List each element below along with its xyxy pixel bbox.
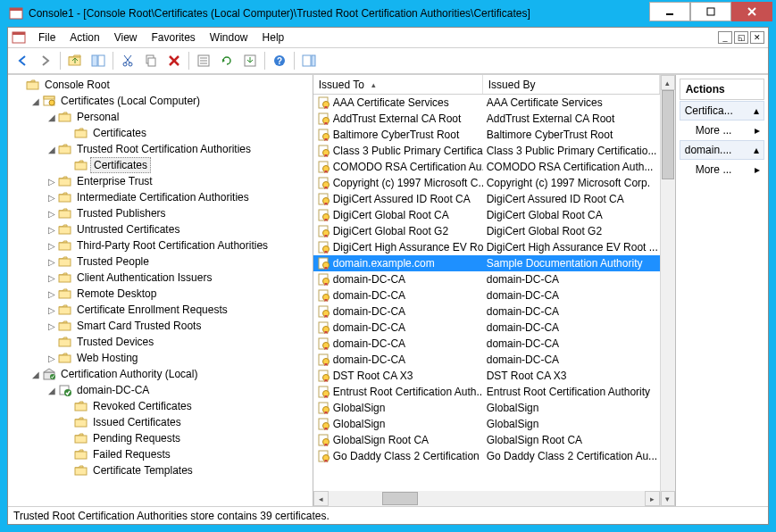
certificate-row[interactable]: AAA Certificate ServicesAAA Certificate … [313, 95, 660, 111]
collapse-icon[interactable]: ◢ [46, 386, 58, 395]
certificate-row[interactable]: domain-DC-CAdomain-DC-CA [313, 320, 660, 336]
menu-file[interactable]: File [31, 29, 63, 46]
column-issued-to[interactable]: Issued To [313, 75, 483, 94]
tree-node[interactable]: ▷Web Hosting [10, 350, 311, 366]
certificate-row[interactable]: domain-DC-CAdomain-DC-CA [313, 336, 660, 352]
collapse-icon[interactable]: ◢ [46, 145, 58, 154]
actions-section-header[interactable]: domain....▴ [680, 140, 764, 160]
mdi-restore-button[interactable]: ◱ [734, 31, 748, 44]
tree-node[interactable]: Certificates [10, 157, 311, 173]
tree-node[interactable]: ▷Third-Party Root Certification Authorit… [10, 237, 311, 254]
certificate-row[interactable]: GlobalSign Root CAGlobalSign Root CA [313, 432, 660, 448]
titlebar[interactable]: Console1 - [Console Root\Certificates (L… [0, 0, 776, 27]
toolbar-properties-button[interactable] [193, 50, 214, 71]
toolbar-up-button[interactable] [64, 50, 86, 71]
certificate-row[interactable]: domain-DC-CAdomain-DC-CA [313, 303, 660, 320]
tree-node[interactable]: ▷Smart Card Trusted Roots [10, 318, 311, 334]
toolbar-delete-button[interactable] [163, 50, 185, 71]
column-issued-by[interactable]: Issued By [483, 75, 660, 94]
tree-node[interactable]: ▷Trusted People [10, 254, 311, 270]
certificate-row[interactable]: GlobalSignGlobalSign [313, 400, 660, 416]
toolbar-forward-button[interactable] [35, 50, 56, 71]
toolbar-back-button[interactable] [12, 50, 33, 71]
menu-action[interactable]: Action [63, 29, 106, 46]
toolbar-help-button[interactable]: ? [269, 50, 290, 71]
scroll-up-button[interactable]: ▴ [661, 75, 675, 90]
certificate-row[interactable]: domain-DC-CAdomain-DC-CA [313, 352, 660, 368]
tree-node[interactable]: Issued Certificates [10, 414, 311, 430]
tree-node[interactable]: ▷Remote Desktop [10, 286, 311, 302]
menu-help[interactable]: Help [255, 29, 292, 46]
certificate-row[interactable]: DigiCert Assured ID Root CADigiCert Assu… [313, 191, 660, 207]
expand-icon[interactable]: ▷ [46, 273, 58, 283]
expand-icon[interactable]: ▷ [46, 225, 58, 235]
tree-node[interactable]: ▷Intermediate Certification Authorities [10, 189, 311, 205]
actions-section-header[interactable]: Certifica...▴ [680, 101, 764, 121]
certificate-row[interactable]: domain-DC-CAdomain-DC-CA [313, 271, 660, 287]
certificate-row[interactable]: Go Daddy Class 2 Certification ...Go Dad… [313, 448, 660, 464]
expand-icon[interactable]: ▷ [46, 305, 58, 315]
tree-node[interactable]: ◢Trusted Root Certification Authorities [10, 141, 311, 157]
toolbar-refresh-button[interactable] [216, 50, 238, 71]
tree-node[interactable]: ◢Certification Authority (Local) [10, 366, 311, 382]
minimize-button[interactable] [649, 2, 690, 21]
expand-icon[interactable]: ▷ [46, 209, 58, 219]
tree-node[interactable]: Certificate Templates [10, 462, 311, 478]
tree-node[interactable]: Console Root [10, 77, 311, 93]
certificate-row[interactable]: DigiCert High Assurance EV Ro...DigiCert… [313, 239, 660, 255]
certificate-row[interactable]: Entrust Root Certification Auth...Entrus… [313, 384, 660, 400]
expand-icon[interactable]: ▷ [46, 257, 58, 267]
certificate-row[interactable]: COMODO RSA Certification Au...COMODO RSA… [313, 159, 660, 175]
menu-window[interactable]: Window [203, 29, 255, 46]
certificate-row[interactable]: Baltimore CyberTrust RootBaltimore Cyber… [313, 127, 660, 143]
certificate-row[interactable]: DigiCert Global Root CADigiCert Global R… [313, 207, 660, 223]
tree-node[interactable]: ▷Certificate Enrollment Requests [10, 302, 311, 318]
tree-node[interactable]: Trusted Devices [10, 334, 311, 350]
certificate-row[interactable]: DigiCert Global Root G2DigiCert Global R… [313, 223, 660, 239]
scroll-right-button[interactable]: ▸ [645, 491, 660, 506]
tree-node[interactable]: ▷Enterprise Trust [10, 173, 311, 189]
tree-node[interactable]: Certificates [10, 125, 311, 141]
toolbar-export-button[interactable] [239, 50, 261, 71]
vertical-scrollbar[interactable]: ▴ ▾ [660, 75, 675, 506]
certificate-row[interactable]: Copyright (c) 1997 Microsoft C...Copyrig… [313, 175, 660, 191]
expand-icon[interactable]: ▷ [46, 321, 58, 331]
collapse-icon[interactable]: ◢ [29, 370, 42, 379]
tree-node[interactable]: Failed Requests [10, 446, 311, 462]
tree-node[interactable]: ▷Client Authentication Issuers [10, 270, 311, 286]
tree-node[interactable]: ▷Trusted Publishers [10, 205, 311, 221]
menu-view[interactable]: View [107, 29, 145, 46]
collapse-icon[interactable]: ◢ [46, 112, 58, 122]
expand-icon[interactable]: ▷ [46, 241, 58, 251]
actions-more-link[interactable]: More ...▸ [680, 121, 764, 139]
certificate-row[interactable]: domain-DC-CAdomain-DC-CA [313, 287, 660, 303]
toolbar-copy-button[interactable] [140, 50, 162, 71]
toolbar-show-hide-button[interactable] [88, 50, 109, 71]
tree-pane[interactable]: Console Root◢Certificates (Local Compute… [8, 75, 313, 506]
mdi-minimize-button[interactable]: _ [718, 31, 732, 44]
actions-more-link[interactable]: More ...▸ [680, 161, 764, 179]
expand-icon[interactable]: ▷ [46, 353, 58, 363]
hscroll-thumb[interactable] [382, 492, 418, 505]
tree-node[interactable]: ▷Untrusted Certificates [10, 221, 311, 237]
scroll-left-button[interactable]: ◂ [313, 491, 329, 506]
certificate-row[interactable]: domain.example.comSample Documentation A… [313, 255, 660, 271]
vscroll-track[interactable] [661, 90, 675, 491]
toolbar-actions-pane-button[interactable] [298, 50, 320, 71]
certificate-row[interactable]: AddTrust External CA RootAddTrust Extern… [313, 111, 660, 127]
certificate-row[interactable]: GlobalSignGlobalSign [313, 416, 660, 432]
certificate-row[interactable]: Class 3 Public Primary Certificat...Clas… [313, 143, 660, 159]
tree-node[interactable]: Pending Requests [10, 430, 311, 446]
expand-icon[interactable]: ▷ [46, 193, 58, 203]
tree-node[interactable]: ◢domain-DC-CA [10, 382, 311, 398]
menu-favorites[interactable]: Favorites [145, 29, 203, 46]
mdi-close-button[interactable]: ✕ [750, 31, 764, 44]
vscroll-thumb[interactable] [662, 90, 674, 179]
close-button[interactable] [731, 2, 772, 21]
expand-icon[interactable]: ▷ [46, 289, 58, 299]
scroll-down-button[interactable]: ▾ [661, 491, 675, 506]
maximize-button[interactable] [690, 2, 731, 21]
toolbar-cut-button[interactable] [117, 50, 138, 71]
tree-node[interactable]: ◢Certificates (Local Computer) [10, 93, 311, 109]
horizontal-scrollbar[interactable]: ◂ ▸ [313, 491, 660, 506]
